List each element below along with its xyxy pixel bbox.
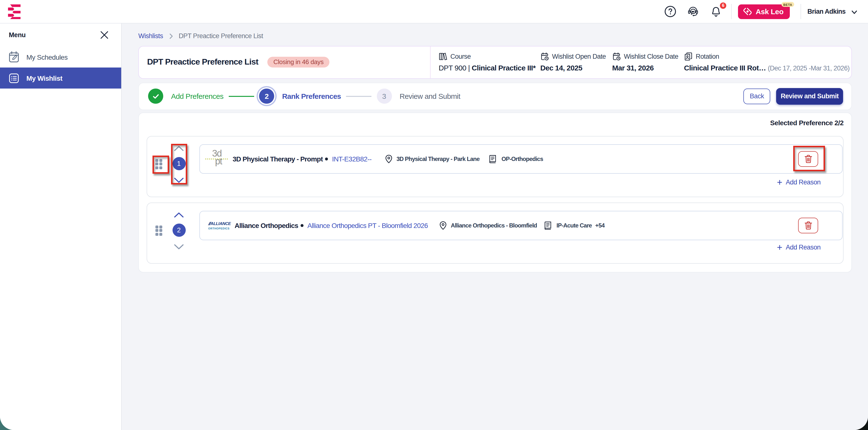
calendar-clock-icon: [540, 52, 549, 60]
page-title: DPT Preactice Preference List: [147, 57, 258, 67]
rotation-label: Rotation: [696, 53, 719, 60]
review-and-submit-button[interactable]: Review and Submit: [776, 88, 843, 105]
help-icon[interactable]: [664, 5, 676, 18]
provider-code-link[interactable]: INT-E32B82--: [332, 155, 372, 163]
sidebar-item-label: My Schedules: [26, 53, 68, 61]
move-down-icon[interactable]: [173, 176, 185, 184]
course-value: DPT 900 | Clinical Practice III*: [439, 63, 536, 71]
schedules-calendar-icon: [9, 51, 19, 63]
drag-handle-icon[interactable]: [155, 225, 166, 235]
move-up-icon[interactable]: [173, 211, 185, 219]
provider-specialty: OP-Orthopedics: [501, 155, 543, 162]
provider-code-link[interactable]: Alliance Orthopedics PT - Bloomfield 202…: [307, 221, 428, 229]
rotation-document-icon: [684, 52, 692, 60]
add-reason-link[interactable]: + Add Reason: [777, 243, 820, 251]
specialty-book-icon: [543, 221, 552, 230]
breadcrumb-wishlists-link[interactable]: Wishlists: [138, 32, 163, 39]
open-date-label: Wishlist Open Date: [552, 53, 606, 60]
drag-handle-icon[interactable]: [155, 159, 166, 169]
rank-badge: 1: [172, 157, 185, 170]
sidebar-item-label: My Wishlist: [26, 74, 62, 82]
notification-count-badge: 6: [720, 2, 726, 8]
rank-badge: 2: [172, 223, 185, 236]
menu-close-icon[interactable]: [99, 30, 110, 40]
close-date-label: Wishlist Close Date: [624, 53, 678, 60]
step-label: Rank Preferences: [282, 92, 341, 100]
location-pin-icon: [385, 154, 393, 163]
specialty-group: OP-Orthopedics: [488, 154, 543, 163]
topbar-actions: 6 Ask Leo BETA Brian Adkins: [664, 0, 868, 23]
wishlist-header-card: DPT Preactice Preference List Closing in…: [138, 46, 852, 79]
step-label: Add Preferences: [171, 92, 223, 100]
trash-icon: [804, 221, 812, 230]
beta-badge: BETA: [781, 2, 794, 7]
screen: 6 Ask Leo BETA Brian Adkins: [0, 0, 868, 430]
top-bar: 6 Ask Leo BETA Brian Adkins: [0, 0, 868, 24]
provider-box: 3d pt 3D Physical Therapy - Prompt INT-E…: [199, 144, 843, 173]
notifications-bell-icon[interactable]: 6: [710, 5, 722, 18]
provider-box: ⫻ALLIANCE ORTHOPEDICS Alliance Orthopedi…: [199, 210, 843, 240]
support-headset-icon[interactable]: [687, 5, 700, 18]
breadcrumb: Wishlists DPT Preactice Preference List: [138, 32, 263, 39]
step-complete-check-icon: [148, 89, 163, 104]
calendar-clock-icon: [612, 52, 620, 60]
app-window: 6 Ask Leo BETA Brian Adkins: [0, 0, 868, 430]
location-pin-icon: [440, 221, 447, 230]
move-down-icon[interactable]: [173, 243, 185, 251]
delete-preference-button[interactable]: [798, 218, 818, 233]
back-button[interactable]: Back: [743, 88, 770, 104]
menu-title: Menu: [9, 31, 26, 39]
sidebar-menu: Menu: [0, 24, 122, 430]
preference-card-2: 2 ⫻ALLIANCE ORTHOPEDICS Alliance O: [147, 202, 843, 263]
topbar-divider: [731, 4, 732, 19]
rank-controls: 1: [171, 145, 187, 184]
trash-icon: [804, 154, 812, 163]
delete-preference-button[interactable]: [798, 151, 818, 167]
topbar-divider: [801, 4, 801, 19]
user-menu[interactable]: Brian Adkins: [807, 8, 845, 15]
course-books-icon: [439, 52, 447, 60]
step-number: 2: [259, 89, 274, 104]
plus-icon: +: [777, 243, 782, 251]
rank-controls: 2: [171, 211, 187, 251]
location-group: 3D Physical Therapy - Park Lane: [385, 154, 479, 163]
wishlist-list-icon: [9, 72, 19, 84]
step-add-preferences[interactable]: Add Preferences: [148, 89, 223, 104]
step-rank-preferences[interactable]: 2 Rank Preferences: [259, 89, 341, 104]
location-group: Alliance Orthopedics - Bloomfield: [440, 221, 537, 230]
sidebar-item-my-wishlist[interactable]: My Wishlist: [0, 67, 121, 89]
rotation-info: Rotation Clinical Practice III Rot… (Dec…: [684, 52, 850, 71]
open-date-info: Wishlist Open Date Dec 14, 2025: [540, 52, 606, 71]
user-chevron-down-icon[interactable]: [850, 8, 858, 16]
provider-specialty: IP-Acute Care: [556, 222, 592, 229]
provider-name: 3D Physical Therapy - Prompt: [232, 155, 323, 163]
course-info: Course DPT 900 | Clinical Practice III*: [439, 52, 536, 71]
add-reason-link[interactable]: + Add Reason: [777, 178, 820, 185]
selected-preference-count: Selected Preference 2/2: [147, 119, 843, 126]
provider-logo-3dpt: 3d pt: [208, 149, 226, 169]
rotation-dates: (Dec 17, 2025 -Mar 31, 2026): [768, 64, 850, 71]
close-date-info: Wishlist Close Date Mar 31, 2026: [612, 52, 678, 71]
exxat-logo-icon[interactable]: [8, 4, 21, 19]
ask-leo-label: Ask Leo: [755, 7, 783, 16]
step-review-and-submit[interactable]: 3 Review and Submit: [377, 89, 460, 104]
stepper-connector: [346, 96, 371, 96]
provider-location: 3D Physical Therapy - Park Lane: [396, 155, 479, 162]
leo-logo-icon: [743, 7, 752, 16]
ask-leo-button[interactable]: Ask Leo BETA: [738, 4, 790, 19]
sidebar-item-my-schedules[interactable]: My Schedules: [0, 47, 121, 67]
step-label: Review and Submit: [400, 92, 460, 100]
move-up-icon[interactable]: [173, 145, 185, 152]
close-date-value: Mar 31, 2026: [612, 63, 678, 71]
plus-icon: +: [777, 178, 782, 185]
preference-card-1: 1 3d pt 3D Physic: [147, 136, 843, 197]
step-number: 3: [377, 89, 392, 104]
separator-dot: [325, 157, 328, 160]
provider-logo-alliance: ⫻ALLIANCE ORTHOPEDICS: [208, 221, 228, 230]
specialty-book-icon: [488, 154, 497, 163]
breadcrumb-chevron-icon: [167, 32, 174, 39]
rotation-value: Clinical Practice III Rot… (Dec 17, 2025…: [684, 63, 850, 71]
closing-status-badge: Closing in 46 days: [268, 57, 330, 68]
open-date-value: Dec 14, 2025: [540, 63, 606, 71]
provider-name: Alliance Orthopedics: [235, 221, 298, 229]
